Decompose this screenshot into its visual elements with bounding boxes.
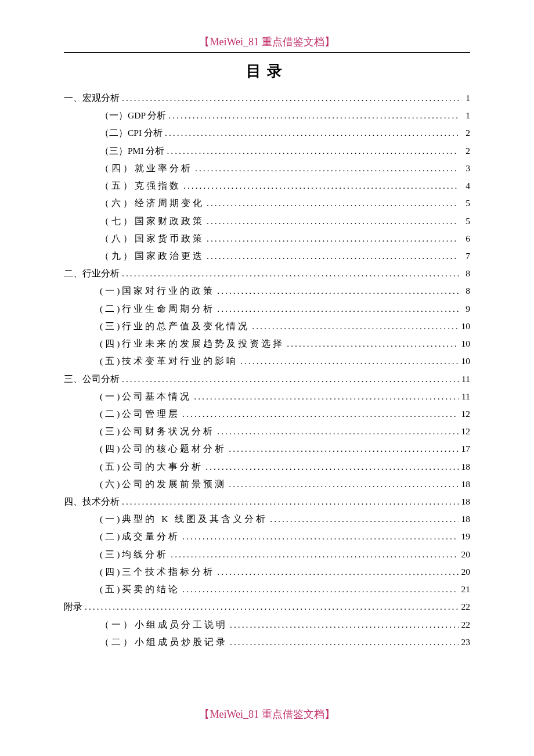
toc-item-page: 17 — [459, 440, 470, 458]
toc-leader-dots — [163, 124, 459, 142]
toc-item-row: （六）经济周期变化5 — [64, 195, 470, 212]
toc-section-label: 附录 — [64, 598, 82, 615]
toc-item-label: （九）国家政治更迭 — [100, 247, 204, 265]
toc-item-label: (一)公司基本情况 — [100, 388, 192, 405]
toc-item-page: 12 — [459, 423, 470, 440]
toc-item-row: (五)公司的大事分析18 — [64, 458, 470, 476]
toc-item-page: 3 — [459, 160, 470, 177]
toc-item-row: （一）GDP 分析1 — [64, 107, 470, 124]
toc-section-page: 11 — [459, 370, 470, 388]
toc-leader-dots — [193, 160, 459, 177]
toc-item-label: (五)买卖的结论 — [100, 581, 180, 598]
toc-leader-dots — [120, 493, 459, 510]
toc-item-label: （二）小组成员炒股记录 — [100, 633, 228, 651]
toc-item-row: (二)成交量分析19 — [64, 528, 470, 545]
toc-leader-dots — [204, 195, 459, 212]
toc-leader-dots — [164, 142, 459, 160]
toc-leader-dots — [250, 318, 459, 335]
toc-item-page: 5 — [459, 195, 470, 212]
toc-leader-dots — [82, 598, 459, 615]
toc-item-row: (四)行业未来的发展趋势及投资选择10 — [64, 335, 470, 352]
toc-title: 目录 — [64, 61, 470, 81]
toc-section-row: 一、宏观分析1 — [64, 89, 470, 107]
toc-item-page: 12 — [459, 405, 470, 423]
toc-item-page: 23 — [459, 633, 470, 651]
toc-item-label: (四)三个技术指标分析 — [100, 563, 215, 581]
toc-leader-dots — [226, 476, 459, 493]
toc-item-page: 20 — [459, 546, 470, 563]
toc-leader-dots — [168, 546, 459, 563]
toc-item-page: 8 — [459, 282, 470, 300]
footer-tag: 【MeiWei_81 重点借鉴文档】 — [0, 707, 534, 721]
toc-leader-dots — [120, 89, 459, 107]
toc-item-row: (四)公司的核心题材分析17 — [64, 440, 470, 458]
toc-item-page: 1 — [459, 107, 470, 124]
toc-item-label: （三）PMI 分析 — [100, 142, 164, 160]
toc-section-page: 18 — [459, 493, 470, 510]
toc-item-label: (五)技术变革对行业的影响 — [100, 352, 238, 370]
document-page: 【MeiWei_81 重点借鉴文档】 目录 一、宏观分析1（一）GDP 分析1（… — [0, 0, 534, 680]
toc-item-label: （四）就业率分析 — [100, 160, 193, 177]
toc-item-page: 6 — [459, 230, 470, 247]
toc-item-page: 9 — [459, 300, 470, 318]
toc-leader-dots — [215, 300, 459, 318]
toc-item-row: (五)技术变革对行业的影响10 — [64, 352, 470, 370]
toc-item-page: 11 — [459, 388, 470, 405]
toc-item-page: 18 — [459, 458, 470, 476]
toc-leader-dots — [166, 107, 459, 124]
toc-item-row: （二）小组成员炒股记录23 — [64, 633, 470, 651]
toc-item-row: （八）国家货币政策6 — [64, 230, 470, 247]
toc-item-row: (二)行业生命周期分析9 — [64, 300, 470, 318]
toc-section-page: 8 — [459, 265, 470, 282]
toc-item-row: (一)典型的 K 线图及其含义分析18 — [64, 510, 470, 528]
toc-section-label: 三、公司分析 — [64, 370, 120, 388]
toc-item-label: (三)均线分析 — [100, 546, 168, 563]
toc-leader-dots — [226, 440, 459, 458]
toc-leader-dots — [215, 282, 459, 300]
toc-item-page: 20 — [459, 563, 470, 581]
toc-leader-dots — [284, 335, 459, 352]
toc-item-page: 19 — [459, 528, 470, 545]
toc-item-page: 10 — [459, 318, 470, 335]
toc-item-label: （六）经济周期变化 — [100, 195, 204, 212]
toc-leader-dots — [228, 616, 459, 633]
toc-item-page: 22 — [459, 616, 470, 633]
header-rule — [64, 52, 470, 53]
toc-leader-dots — [180, 405, 459, 423]
toc-item-label: (五)公司的大事分析 — [100, 458, 203, 476]
toc-item-page: 21 — [459, 581, 470, 598]
toc-item-page: 7 — [459, 247, 470, 265]
toc-item-label: （一）小组成员分工说明 — [100, 616, 228, 633]
toc-section-page: 1 — [459, 89, 470, 107]
toc-leader-dots — [181, 177, 459, 195]
toc-leader-dots — [120, 265, 459, 282]
toc-item-label: (三)行业的总产值及变化情况 — [100, 318, 250, 335]
toc-section-label: 二、行业分析 — [64, 265, 120, 282]
toc-item-label: (四)公司的核心题材分析 — [100, 440, 226, 458]
toc-item-label: (二)成交量分析 — [100, 528, 180, 545]
toc-item-page: 5 — [459, 213, 470, 230]
toc-item-label: (六)公司的发展前景预测 — [100, 476, 226, 493]
toc-leader-dots — [228, 633, 459, 651]
toc-leader-dots — [203, 458, 459, 476]
toc-item-row: (四)三个技术指标分析20 — [64, 563, 470, 581]
toc-section-row: 三、公司分析11 — [64, 370, 470, 388]
header-tag: 【MeiWei_81 重点借鉴文档】 — [64, 35, 470, 49]
toc-section-label: 一、宏观分析 — [64, 89, 120, 107]
toc-leader-dots — [215, 563, 459, 581]
toc-leader-dots — [180, 581, 459, 598]
toc-item-label: （二）CPI 分析 — [100, 124, 163, 142]
toc-item-page: 18 — [459, 510, 470, 528]
toc-item-label: (三)公司财务状况分析 — [100, 423, 215, 440]
toc-item-row: (二)公司管理层12 — [64, 405, 470, 423]
toc-item-label: （五）克强指数 — [100, 177, 181, 195]
toc-item-label: (二)行业生命周期分析 — [100, 300, 215, 318]
toc-leader-dots — [204, 247, 459, 265]
toc-section-label: 四、技术分析 — [64, 493, 120, 510]
toc-item-row: （九）国家政治更迭7 — [64, 247, 470, 265]
toc-container: 一、宏观分析1（一）GDP 分析1（二）CPI 分析2（三）PMI 分析2（四）… — [64, 89, 470, 651]
toc-section-page: 22 — [459, 598, 470, 615]
toc-item-row: (一)公司基本情况11 — [64, 388, 470, 405]
toc-item-row: （四）就业率分析3 — [64, 160, 470, 177]
toc-leader-dots — [268, 510, 459, 528]
